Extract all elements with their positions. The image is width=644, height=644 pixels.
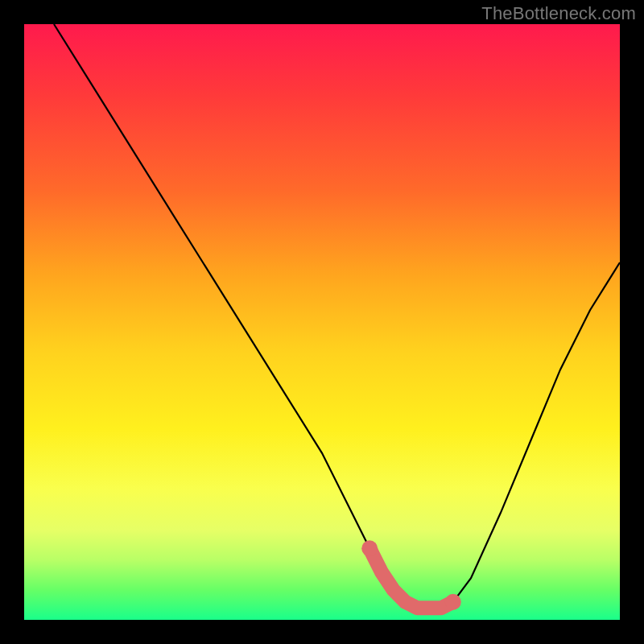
watermark-text: TheBottleneck.com xyxy=(481,3,636,24)
plot-area xyxy=(24,24,620,620)
highlight-markers xyxy=(361,540,461,610)
highlight-endpoint xyxy=(361,540,378,556)
highlight-stroke xyxy=(369,548,453,608)
bottleneck-curve xyxy=(54,24,620,608)
chart-frame: TheBottleneck.com xyxy=(0,0,644,644)
curve-layer xyxy=(24,24,620,620)
highlight-endpoint xyxy=(445,594,461,610)
